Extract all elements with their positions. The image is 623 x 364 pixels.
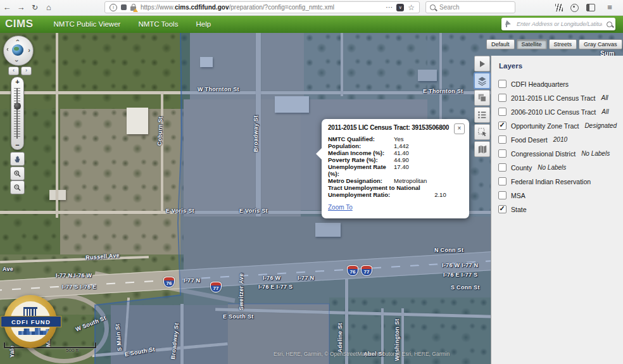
insecure-lock-icon[interactable] — [130, 6, 136, 11]
pan-right-icon[interactable]: › — [28, 47, 30, 53]
reload-button[interactable]: ↻ — [28, 1, 42, 15]
basemap-button-streets[interactable]: Streets — [549, 39, 577, 49]
extension-icon[interactable] — [121, 4, 127, 10]
account-icon[interactable] — [570, 4, 579, 12]
basemap-button-default[interactable]: Default — [486, 39, 515, 49]
layer-row-food-desert[interactable]: Food Desert2010 — [498, 135, 623, 144]
checkbox-state[interactable] — [498, 205, 507, 213]
checkbox-cdfi-headquarters[interactable] — [498, 80, 507, 88]
forward-button[interactable]: → — [14, 1, 28, 15]
pocket-icon[interactable]: ∨ — [396, 4, 404, 11]
layers-panel: Layers CDFI Headquarters2011-2015 LIC Ce… — [491, 56, 623, 364]
street-label: I-77 S I-76 E — [62, 284, 96, 290]
zoom-slider[interactable]: + − — [11, 77, 24, 150]
layer-row-opportunity-zone-tract[interactable]: Opportunity Zone TractDesignated — [498, 122, 623, 130]
browser-toolbar: ← → ↻ ⌂ i https://www.cims.cdfifund.gov/… — [0, 0, 623, 16]
library-icon[interactable] — [555, 4, 563, 11]
zoom-out-button[interactable]: − — [11, 141, 23, 149]
nav-nmtc-public-viewer[interactable]: NMTC Public Viewer — [45, 20, 130, 28]
map-attribution: Esri, HERE, Garmin, © OpenStreetMap cont… — [274, 351, 489, 357]
collapse-panel-button[interactable] — [474, 56, 490, 72]
geocode-icon — [505, 21, 512, 27]
checkbox-2011-2015-lic-census-tract[interactable] — [498, 94, 507, 102]
address-search-box[interactable] — [501, 18, 615, 30]
street-label: Sweitzer Ave — [238, 273, 244, 310]
layer-label: CDFI Headquarters — [511, 80, 569, 88]
checkbox-congressional-district[interactable] — [498, 149, 507, 158]
nav-nmtc-tools[interactable]: NMTC Tools — [129, 20, 187, 28]
layers-panel-title: Layers — [491, 56, 623, 71]
layer-row-cdfi-headquarters[interactable]: CDFI Headquarters — [498, 80, 623, 88]
layer-row-msa[interactable]: MSA — [498, 191, 623, 199]
bookmarks-tool-button[interactable] — [474, 141, 490, 157]
layer-note: All — [601, 108, 608, 115]
pan-down-icon[interactable]: › — [14, 60, 20, 62]
basemap-tool-button[interactable] — [474, 90, 490, 106]
nav-help[interactable]: Help — [187, 20, 220, 28]
street-label: Coburn St — [156, 116, 164, 146]
zoom-in-icon — [13, 170, 22, 178]
url-text: https://www.cims.cdfifund.gov/preparatio… — [141, 4, 384, 11]
pan-up-icon[interactable]: › — [14, 39, 20, 42]
cims-logo[interactable]: CIMS — [5, 18, 34, 30]
menu-icon[interactable]: ≡ — [603, 1, 617, 15]
checkbox-food-desert[interactable] — [498, 135, 507, 144]
search-icon — [430, 4, 436, 10]
close-icon[interactable]: × — [454, 123, 465, 134]
street-label: E Voris St — [239, 208, 268, 214]
page-actions-icon[interactable]: ⋯ — [386, 3, 393, 11]
checkbox-county[interactable] — [498, 163, 507, 172]
zoom-in-tool-button[interactable] — [10, 166, 25, 180]
back-button[interactable]: ← — [0, 1, 14, 15]
sidebar-icon[interactable] — [586, 4, 595, 11]
play-icon — [480, 61, 485, 67]
page-info-icon[interactable]: i — [110, 4, 117, 11]
logo-banner: CDFI FUND — [1, 316, 61, 327]
address-search-icon[interactable] — [607, 22, 612, 27]
pan-left-icon[interactable]: › — [6, 47, 9, 53]
layers-tool-button[interactable] — [474, 73, 490, 89]
legend-tool-button[interactable] — [474, 107, 490, 123]
globe-icon[interactable] — [12, 44, 23, 56]
interstate-shield-76: 76 — [163, 277, 175, 287]
street-label: I-76 W I-77 N — [442, 262, 478, 268]
next-extent-button[interactable]: › — [21, 66, 32, 75]
home-button[interactable]: ⌂ — [42, 1, 56, 15]
basemap-button-gray-canvas[interactable]: Gray Canvas — [579, 39, 622, 49]
basemap-button-satellite[interactable]: Satellite — [517, 39, 547, 49]
app-window: ← → ↻ ⌂ i https://www.cims.cdfifund.gov/… — [0, 0, 623, 364]
layer-row-federal-indian-reservation[interactable]: Federal Indian Reservation — [498, 177, 623, 185]
interstate-shield-76: 76 — [347, 265, 358, 276]
street-label: Adeline St — [337, 323, 343, 353]
street-label: N Conn St — [434, 247, 463, 253]
checkbox-2006-2010-lic-census-tract[interactable] — [498, 108, 507, 116]
checkbox-federal-indian-reservation[interactable] — [498, 177, 507, 185]
street-label: E South St — [223, 313, 254, 320]
popup-row: Tract Unemployment to National Unemploym… — [328, 184, 463, 198]
bookmark-star-icon[interactable]: ☆ — [408, 3, 415, 12]
pan-tool-button[interactable] — [10, 152, 25, 166]
zoom-slider-handle[interactable] — [14, 103, 21, 110]
browser-search-field[interactable]: Search — [425, 1, 515, 13]
zoom-to-link[interactable]: Zoom To — [328, 204, 353, 211]
layer-note: 2010 — [553, 136, 567, 143]
popup-row: Metro Designation:Metropolitan — [328, 177, 463, 184]
layer-row-congressional-district[interactable]: Congressional DistrictNo Labels — [498, 149, 623, 158]
previous-extent-button[interactable]: ‹ — [8, 66, 19, 75]
checkbox-opportunity-zone-tract[interactable] — [498, 122, 507, 130]
zoom-in-button[interactable]: + — [11, 78, 23, 85]
select-tool-button[interactable] — [474, 124, 490, 140]
layer-row-2006-2010-lic-census-tract[interactable]: 2006-2010 LIC Census TractAll — [498, 108, 623, 116]
layer-row-2011-2015-lic-census-tract[interactable]: 2011-2015 LIC Census TractAll — [498, 94, 623, 102]
checkbox-msa[interactable] — [498, 191, 507, 199]
street-label: W Thornton St — [198, 86, 239, 92]
url-bar[interactable]: i https://www.cims.cdfifund.gov/preparat… — [104, 1, 420, 13]
browser-search-placeholder: Search — [439, 4, 460, 11]
zoom-out-tool-button[interactable] — [10, 180, 25, 194]
address-search-input[interactable] — [515, 20, 603, 28]
layer-row-county[interactable]: CountyNo Labels — [498, 163, 623, 172]
skyline-icon — [18, 328, 51, 335]
layer-label: MSA — [511, 192, 525, 199]
pan-control[interactable]: › › › › — [3, 35, 34, 66]
layer-row-state[interactable]: State — [498, 205, 623, 213]
